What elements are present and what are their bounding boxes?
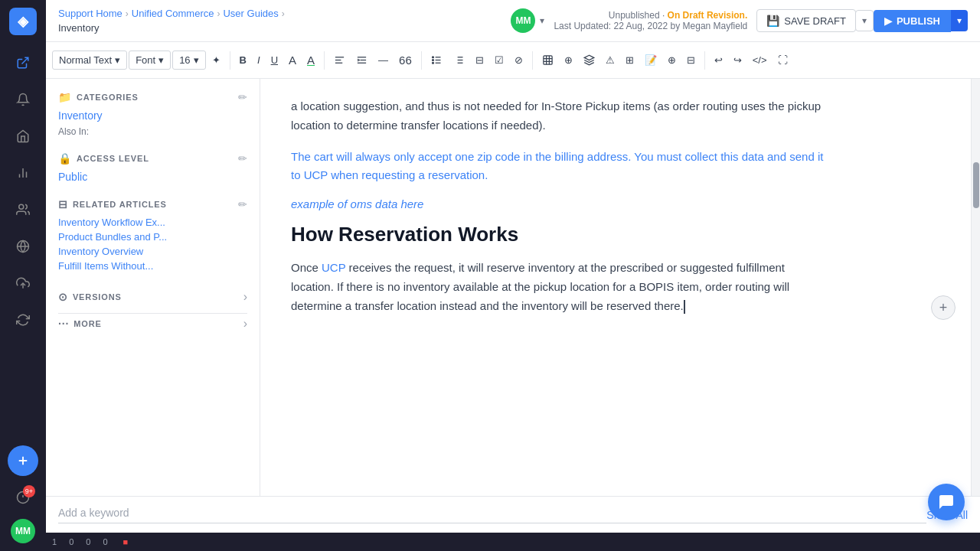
toolbar-font-size[interactable]: 16 ▾ bbox=[172, 51, 205, 70]
toolbar-redo[interactable]: ↪ bbox=[729, 51, 746, 69]
sidebar-also-in: Also In: bbox=[58, 126, 247, 137]
save-draft-button[interactable]: 💾 SAVE DRAFT bbox=[756, 9, 856, 32]
nav-item-cloud[interactable] bbox=[8, 268, 38, 298]
sidebar-categories-link[interactable]: Inventory bbox=[58, 109, 247, 122]
nav-item-add[interactable] bbox=[8, 445, 38, 476]
toolbar-expand[interactable]: ⊕ bbox=[663, 51, 681, 69]
toolbar-bold[interactable]: B bbox=[235, 51, 251, 69]
status-updated: Last Updated: 22 Aug, 2022 by Megan Mayf… bbox=[554, 21, 747, 31]
related-article-3[interactable]: Inventory Overview bbox=[58, 246, 247, 257]
breadcrumb: Support Home › Unified Commerce › User G… bbox=[58, 8, 285, 34]
breadcrumb-support-home[interactable]: Support Home bbox=[58, 8, 122, 19]
sidebar-related-header: ⊟ RELATED ARTICLES ✏ bbox=[58, 198, 247, 210]
main-container: Support Home › Unified Commerce › User G… bbox=[46, 0, 980, 551]
sidebar-versions-title: ⊙ VERSIONS bbox=[58, 291, 122, 303]
para3-text-1: Once bbox=[291, 261, 322, 274]
toolbar-merge[interactable]: ⊞ bbox=[621, 51, 639, 69]
toolbar-fullscreen[interactable]: ⛶ bbox=[773, 51, 792, 69]
toolbar-indent[interactable] bbox=[351, 51, 372, 69]
toolbar-font[interactable]: Font ▾ bbox=[129, 51, 171, 70]
save-draft-chevron-button[interactable]: ▾ bbox=[855, 10, 874, 31]
toolbar-outdent[interactable]: ⊟ bbox=[471, 51, 488, 69]
user-chevron-icon[interactable]: ▾ bbox=[540, 15, 544, 26]
nav-logo[interactable]: ◈ bbox=[9, 8, 37, 35]
nav-item-chart[interactable] bbox=[8, 158, 38, 188]
publish-button[interactable]: ▶ PUBLISH bbox=[874, 10, 951, 32]
categories-edit-icon[interactable]: ✏ bbox=[238, 91, 247, 103]
sidebar-versions[interactable]: ⊙ VERSIONS › bbox=[58, 287, 247, 307]
access-icon: 🔒 bbox=[58, 152, 72, 165]
toolbar-note[interactable]: 📝 bbox=[640, 51, 662, 69]
toolbar-list-ol[interactable] bbox=[449, 51, 469, 69]
toolbar-underline[interactable]: U bbox=[266, 51, 283, 69]
nav-item-link[interactable] bbox=[8, 47, 38, 78]
ucp-link[interactable]: UCP bbox=[322, 261, 345, 274]
toolbar-double-quote[interactable]: 66 bbox=[394, 51, 416, 70]
sidebar-access-title: 🔒 ACCESS LEVEL bbox=[58, 152, 149, 165]
toolbar-sparkle[interactable]: ✦ bbox=[207, 51, 225, 69]
breadcrumb-sep2: › bbox=[217, 8, 220, 19]
toolbar-color[interactable]: A bbox=[284, 51, 301, 70]
svg-line-0 bbox=[22, 57, 28, 64]
nav-item-bell[interactable] bbox=[8, 84, 38, 115]
save-icon: 💾 bbox=[766, 15, 779, 27]
add-block-button[interactable]: + bbox=[931, 295, 956, 320]
sidebar-more[interactable]: ··· MORE › bbox=[58, 313, 247, 334]
font-label: Font bbox=[136, 54, 155, 66]
related-icon: ⊟ bbox=[58, 198, 68, 210]
sidebar-access-section: 🔒 ACCESS LEVEL ✏ Public bbox=[58, 152, 247, 183]
toolbar-highlight[interactable]: A bbox=[302, 51, 319, 70]
chat-button[interactable] bbox=[928, 484, 965, 520]
analytics-item-3: 0 bbox=[86, 537, 90, 546]
nav-item-globe[interactable] bbox=[8, 231, 38, 262]
user-avatar-btn[interactable]: MM bbox=[511, 8, 535, 33]
keyword-bar: Show All bbox=[46, 496, 980, 533]
editor-area[interactable]: a location suggestion, and thus is not n… bbox=[260, 79, 971, 496]
toolbar-align-left[interactable] bbox=[329, 51, 350, 69]
breadcrumb-user-guides[interactable]: User Guides bbox=[223, 8, 278, 19]
analytics-item-1: 1 bbox=[52, 537, 57, 546]
nav-item-badge[interactable]: 9+ bbox=[8, 482, 38, 513]
toolbar-insert-table[interactable]: ⊕ bbox=[560, 51, 577, 69]
toolbar-table2[interactable]: ⊟ bbox=[682, 51, 700, 69]
breadcrumb-sep1: › bbox=[126, 8, 129, 19]
toolbar: Normal Text ▾ Font ▾ 16 ▾ ✦ B I U A A — … bbox=[46, 42, 980, 79]
toolbar-clear-format[interactable]: ⊘ bbox=[510, 51, 528, 69]
nav-item-home[interactable] bbox=[8, 121, 38, 152]
toolbar-table[interactable] bbox=[537, 51, 558, 69]
right-scrollbar[interactable] bbox=[971, 79, 980, 496]
toolbar-list-ul[interactable] bbox=[426, 51, 447, 69]
analytics-bar: 1 0 0 0 ■ bbox=[46, 533, 980, 551]
related-edit-icon[interactable]: ✏ bbox=[238, 198, 247, 210]
related-article-4[interactable]: Fulfill Items Without... bbox=[58, 260, 247, 272]
toolbar-checklist[interactable]: ☑ bbox=[490, 51, 508, 69]
nav-item-refresh[interactable] bbox=[8, 305, 38, 335]
svg-point-23 bbox=[432, 60, 433, 61]
nav-avatar[interactable]: MM bbox=[11, 519, 35, 543]
related-article-1[interactable]: Inventory Workflow Ex... bbox=[58, 217, 247, 228]
editor-italic-link[interactable]: example of oms data here bbox=[291, 197, 827, 210]
analytics-value-3: 0 bbox=[86, 537, 90, 546]
toolbar-divider-4 bbox=[532, 51, 533, 70]
access-edit-icon[interactable]: ✏ bbox=[238, 152, 247, 165]
breadcrumb-unified-commerce[interactable]: Unified Commerce bbox=[132, 8, 214, 19]
more-chevron-icon: › bbox=[243, 317, 247, 331]
nav-bottom: 9+ MM bbox=[8, 445, 38, 543]
toolbar-text-style[interactable]: Normal Text ▾ bbox=[52, 51, 127, 70]
sidebar-categories-section: 📁 CATEGORIES ✏ Inventory Also In: bbox=[58, 91, 247, 137]
font-size-label: 16 bbox=[179, 54, 190, 66]
toolbar-dash[interactable]: — bbox=[374, 51, 393, 69]
content-wrapper: 📁 CATEGORIES ✏ Inventory Also In: 🔒 ACCE… bbox=[46, 79, 980, 496]
keyword-input[interactable] bbox=[58, 507, 192, 519]
toolbar-italic[interactable]: I bbox=[253, 51, 265, 69]
toolbar-undo[interactable]: ↩ bbox=[710, 51, 727, 69]
nav-badge-count: 9+ bbox=[23, 485, 35, 497]
toolbar-warning[interactable]: ⚠ bbox=[601, 51, 619, 69]
publish-chevron-button[interactable]: ▾ bbox=[951, 10, 968, 31]
nav-item-users[interactable] bbox=[8, 194, 38, 225]
toolbar-layers[interactable] bbox=[579, 51, 599, 69]
toolbar-code[interactable]: </> bbox=[748, 51, 772, 69]
related-article-2[interactable]: Product Bundles and P... bbox=[58, 231, 247, 243]
sidebar-related-section: ⊟ RELATED ARTICLES ✏ Inventory Workflow … bbox=[58, 198, 247, 272]
versions-icon: ⊙ bbox=[58, 291, 68, 303]
